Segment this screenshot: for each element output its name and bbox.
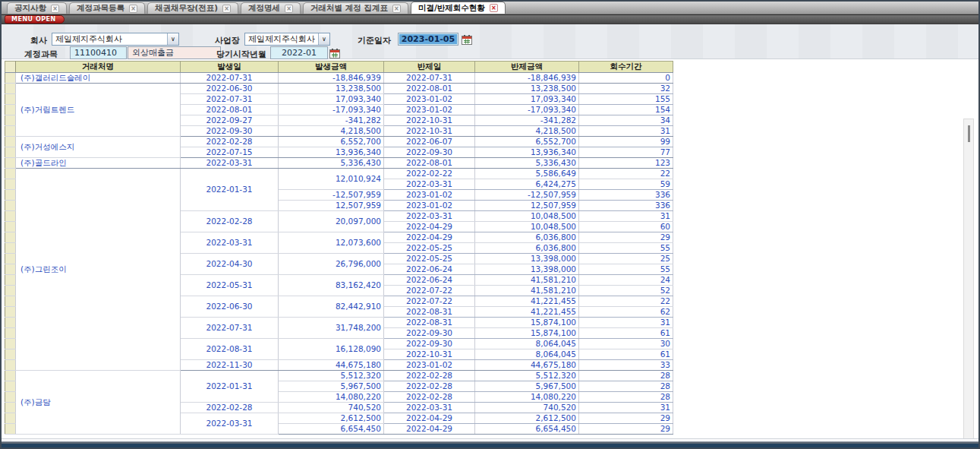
collect-days-cell[interactable]: 32 bbox=[579, 84, 673, 94]
occur-date-cell[interactable]: 2022-02-28 bbox=[181, 137, 279, 147]
base-date-input[interactable]: 2023-01-05 bbox=[398, 33, 458, 46]
repay-date-cell[interactable]: 2022-03-31 bbox=[384, 179, 475, 190]
row-selector[interactable] bbox=[5, 115, 16, 126]
collect-days-cell[interactable]: 31 bbox=[579, 211, 673, 222]
row-selector[interactable] bbox=[5, 201, 16, 211]
occur-amount-cell[interactable]: 14,080,220 bbox=[279, 392, 384, 403]
repay-date-cell[interactable]: 2022-06-24 bbox=[384, 264, 475, 275]
occur-amount-cell[interactable]: 13,936,340 bbox=[279, 147, 384, 158]
occur-date-cell[interactable]: 2022-06-30 bbox=[181, 296, 279, 318]
repay-date-cell[interactable]: 2022-02-22 bbox=[384, 169, 475, 179]
repay-amount-cell[interactable]: 10,048,500 bbox=[475, 211, 579, 222]
occur-date-cell[interactable]: 2022-07-31 bbox=[181, 73, 279, 84]
repay-date-cell[interactable]: 2022-07-22 bbox=[384, 296, 475, 307]
table-row[interactable]: (주)거림트렌드2022-06-3013,238,5002022-08-0113… bbox=[5, 84, 673, 94]
menu-open-button[interactable]: MENU OPEN bbox=[5, 15, 65, 24]
calendar-icon[interactable] bbox=[462, 33, 472, 44]
repay-amount-cell[interactable]: 41,581,210 bbox=[475, 286, 579, 296]
row-selector[interactable] bbox=[5, 371, 16, 381]
occur-amount-cell[interactable]: 17,093,340 bbox=[279, 94, 384, 105]
occur-amount-cell[interactable]: 82,442,910 bbox=[279, 296, 384, 318]
customer-name-cell[interactable]: (주)갤러리드슬레이 bbox=[16, 73, 181, 84]
repay-amount-cell[interactable]: 41,221,455 bbox=[475, 307, 579, 318]
repay-amount-cell[interactable]: 14,080,220 bbox=[475, 392, 579, 403]
vertical-scrollbar[interactable] bbox=[963, 119, 974, 449]
repay-date-cell[interactable]: 2022-08-01 bbox=[384, 158, 475, 169]
repay-date-cell[interactable]: 2023-01-02 bbox=[384, 190, 475, 201]
collect-days-cell[interactable]: 62 bbox=[579, 307, 673, 318]
occur-amount-cell[interactable]: -341,282 bbox=[279, 115, 384, 126]
occur-amount-cell[interactable]: 26,796,000 bbox=[279, 254, 384, 275]
row-selector[interactable] bbox=[5, 328, 16, 339]
repay-date-cell[interactable]: 2022-09-30 bbox=[384, 147, 475, 158]
repay-date-cell[interactable]: 2022-07-31 bbox=[384, 73, 475, 84]
row-selector[interactable] bbox=[5, 264, 16, 275]
collect-days-cell[interactable]: 77 bbox=[579, 147, 673, 158]
occur-date-cell[interactable]: 2022-03-31 bbox=[181, 232, 279, 254]
collect-days-cell[interactable]: 28 bbox=[579, 392, 673, 403]
repay-date-cell[interactable]: 2023-01-02 bbox=[384, 94, 475, 105]
row-selector[interactable] bbox=[5, 232, 16, 243]
repay-amount-cell[interactable]: 6,654,450 bbox=[475, 424, 579, 435]
occur-date-cell[interactable]: 2022-05-31 bbox=[181, 275, 279, 296]
collect-days-cell[interactable]: 0 bbox=[579, 73, 673, 84]
occur-date-cell[interactable]: 2022-07-31 bbox=[181, 318, 279, 339]
repay-amount-cell[interactable]: 5,967,500 bbox=[475, 381, 579, 392]
row-selector[interactable] bbox=[5, 179, 16, 190]
row-selector[interactable] bbox=[5, 222, 16, 232]
collect-days-cell[interactable]: 155 bbox=[579, 94, 673, 105]
collect-days-cell[interactable]: 60 bbox=[579, 222, 673, 232]
row-selector[interactable] bbox=[5, 360, 16, 371]
row-selector[interactable] bbox=[5, 158, 16, 169]
collect-days-cell[interactable]: 33 bbox=[579, 360, 673, 371]
occur-amount-cell[interactable]: -18,846,939 bbox=[279, 73, 384, 84]
occur-amount-cell[interactable]: 13,238,500 bbox=[279, 84, 384, 94]
site-select[interactable]: 제일제지주식회사 ∨ bbox=[244, 33, 330, 46]
collect-days-cell[interactable]: 25 bbox=[579, 254, 673, 264]
occur-amount-cell[interactable]: 5,967,500 bbox=[279, 381, 384, 392]
occur-date-cell[interactable]: 2022-08-31 bbox=[181, 339, 279, 360]
row-selector[interactable] bbox=[5, 147, 16, 158]
occur-date-cell[interactable]: 2022-04-30 bbox=[181, 254, 279, 275]
collect-days-cell[interactable]: 55 bbox=[579, 243, 673, 254]
repay-date-cell[interactable]: 2023-01-02 bbox=[384, 201, 475, 211]
repay-date-cell[interactable]: 2022-10-31 bbox=[384, 349, 475, 360]
occur-amount-cell[interactable]: 6,552,700 bbox=[279, 137, 384, 147]
row-selector[interactable] bbox=[5, 126, 16, 137]
collect-days-cell[interactable]: 55 bbox=[579, 264, 673, 275]
repay-amount-cell[interactable]: 8,064,045 bbox=[475, 339, 579, 349]
tab-close-icon[interactable]: × bbox=[51, 5, 59, 13]
occur-amount-cell[interactable]: 5,512,320 bbox=[279, 371, 384, 381]
occur-date-cell[interactable]: 2022-07-15 bbox=[181, 147, 279, 158]
collect-days-cell[interactable]: 34 bbox=[579, 115, 673, 126]
repay-amount-cell[interactable]: 17,093,340 bbox=[475, 94, 579, 105]
occur-amount-cell[interactable]: 2,612,500 bbox=[279, 413, 384, 424]
collect-days-cell[interactable]: 29 bbox=[579, 232, 673, 243]
occur-amount-cell[interactable]: 740,520 bbox=[279, 403, 384, 413]
repay-date-cell[interactable]: 2022-04-29 bbox=[384, 424, 475, 435]
collect-days-cell[interactable]: 24 bbox=[579, 275, 673, 286]
collect-days-cell[interactable]: 28 bbox=[579, 381, 673, 392]
occur-amount-cell[interactable]: 12,507,959 bbox=[279, 201, 384, 211]
account-name-field[interactable]: 외상매출금 bbox=[128, 46, 221, 59]
customer-name-cell[interactable]: (주)금담 bbox=[16, 371, 181, 435]
row-selector[interactable] bbox=[5, 403, 16, 413]
repay-amount-cell[interactable]: 4,218,500 bbox=[475, 126, 579, 137]
row-selector[interactable] bbox=[5, 381, 16, 392]
customer-name-cell[interactable]: (주)골드라인 bbox=[16, 158, 181, 169]
repay-date-cell[interactable]: 2022-09-30 bbox=[384, 339, 475, 349]
occur-date-cell[interactable]: 2022-02-28 bbox=[181, 211, 279, 232]
tab-close-icon[interactable]: × bbox=[285, 5, 293, 13]
repay-date-cell[interactable]: 2022-03-31 bbox=[384, 403, 475, 413]
tab-1[interactable]: 계정과목등록× bbox=[69, 2, 145, 14]
vertical-scrollbar-thumb[interactable] bbox=[968, 125, 970, 142]
repay-amount-cell[interactable]: 5,336,430 bbox=[475, 158, 579, 169]
occur-date-cell[interactable]: 2022-11-30 bbox=[181, 360, 279, 371]
chevron-down-icon[interactable]: ∨ bbox=[318, 33, 329, 45]
tab-close-icon[interactable]: × bbox=[222, 5, 231, 13]
customer-name-cell[interactable]: (주)거림트렌드 bbox=[16, 84, 181, 137]
repay-amount-cell[interactable]: -12,507,959 bbox=[475, 190, 579, 201]
collect-days-cell[interactable]: 22 bbox=[579, 169, 673, 179]
tab-5[interactable]: 미결/반제회수현황× bbox=[411, 2, 506, 14]
repay-date-cell[interactable]: 2022-02-28 bbox=[384, 371, 475, 381]
